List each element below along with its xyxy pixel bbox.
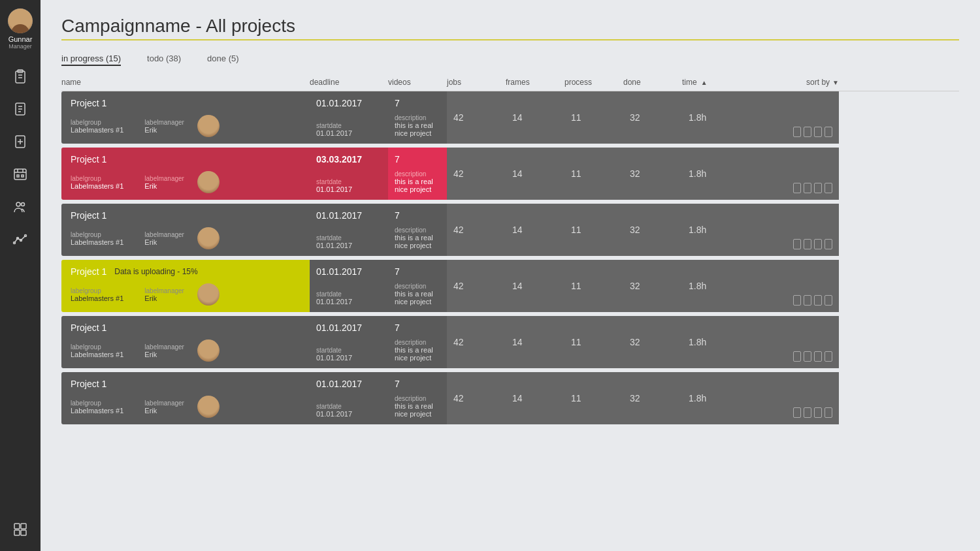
svg-point-18: [22, 203, 25, 206]
action-btn-1[interactable]: [793, 239, 801, 249]
action-btn-3[interactable]: [814, 407, 822, 418]
action-btn-3[interactable]: [814, 127, 822, 137]
table-header: name deadline videos jobs frames process…: [61, 74, 959, 91]
col-name: name: [61, 78, 310, 87]
project-name[interactable]: Project 1: [71, 98, 301, 108]
action-btn-2[interactable]: [804, 407, 811, 418]
tab-todo[interactable]: todo (38): [147, 54, 181, 66]
dashboard-icon[interactable]: [7, 161, 34, 188]
report-add-icon[interactable]: [7, 128, 34, 155]
action-btn-1[interactable]: [793, 407, 801, 418]
table-row: Project 1 labelgroup Labelmasters #1 lab…: [61, 204, 959, 256]
sort-by-control[interactable]: sort by ▼: [787, 78, 839, 87]
analytics-icon[interactable]: [7, 226, 34, 253]
action-btn-1[interactable]: [793, 295, 801, 306]
sidebar-nav: [7, 63, 34, 551]
action-btn-4[interactable]: [825, 239, 832, 249]
avatar-4: [197, 283, 220, 306]
grid-icon[interactable]: [7, 516, 34, 543]
avatar: [8, 8, 33, 33]
projects-table: name deadline videos jobs frames process…: [61, 74, 959, 428]
action-btn-2[interactable]: [804, 183, 811, 193]
svg-rect-25: [14, 530, 20, 535]
action-btn-2[interactable]: [804, 239, 811, 249]
tab-done[interactable]: done (5): [207, 54, 238, 66]
svg-rect-24: [21, 524, 26, 529]
avatar-1: [197, 115, 220, 137]
action-btn-4[interactable]: [825, 351, 832, 362]
table-row: Project 1 labelgroup Labelmasters #1 lab…: [61, 316, 959, 368]
action-btn-4[interactable]: [825, 407, 832, 418]
action-btn-4[interactable]: [825, 295, 832, 306]
action-btn-1[interactable]: [793, 127, 801, 137]
tabs-bar: in progress (15) todo (38) done (5): [61, 54, 959, 66]
col-time: time ▲: [682, 78, 787, 87]
col-process: process: [564, 78, 623, 87]
col-videos: videos: [388, 78, 447, 87]
tab-in-progress[interactable]: in progress (15): [61, 54, 121, 66]
svg-rect-11: [14, 169, 26, 180]
action-btn-2[interactable]: [804, 351, 811, 362]
users-icon[interactable]: [7, 193, 34, 221]
avatar-2: [197, 171, 220, 193]
table-row: Project 1 labelgroup Labelmasters #1 lab…: [61, 148, 959, 200]
svg-rect-26: [21, 530, 26, 535]
user-name: Gunnar: [8, 35, 33, 43]
table-body: Project 1 labelgroup Labelmasters #1 lab…: [61, 91, 959, 428]
action-btn-4[interactable]: [825, 183, 832, 193]
svg-point-17: [16, 202, 20, 206]
table-row: Project 1 labelgroup Labelmasters #1 lab…: [61, 372, 959, 424]
table-row: Project 1 labelgroup Labelmasters #1 lab…: [61, 91, 959, 144]
action-btn-4[interactable]: [825, 127, 832, 137]
svg-rect-15: [17, 175, 19, 177]
action-btn-2[interactable]: [804, 127, 811, 137]
col-frames: frames: [506, 78, 564, 87]
main-content: Campaignname - All projects in progress …: [41, 0, 980, 551]
avatar-6: [197, 396, 220, 418]
col-deadline: deadline: [310, 78, 388, 87]
row-left-1: Project 1 labelgroup Labelmasters #1 lab…: [61, 91, 310, 144]
svg-rect-16: [22, 175, 24, 177]
action-btn-2[interactable]: [804, 295, 811, 306]
svg-rect-23: [14, 524, 20, 529]
document-icon[interactable]: [7, 95, 34, 123]
action-btn-3[interactable]: [814, 183, 822, 193]
avatar-3: [197, 227, 220, 249]
user-role: Manager: [8, 43, 32, 50]
action-btn-3[interactable]: [814, 351, 822, 362]
action-btn-1[interactable]: [793, 351, 801, 362]
action-btn-3[interactable]: [814, 239, 822, 249]
action-btn-1[interactable]: [793, 183, 801, 193]
user-profile[interactable]: Gunnar Manager: [0, 0, 41, 52]
action-btn-3[interactable]: [814, 295, 822, 306]
sidebar: Gunnar Manager: [0, 0, 41, 551]
col-jobs: jobs: [447, 78, 506, 87]
clipboard-icon[interactable]: [7, 63, 34, 90]
page-title: Campaignname - All projects: [61, 16, 959, 40]
col-done: done: [623, 78, 682, 87]
table-row: Project 1 Data is uploading - 15% labelg…: [61, 260, 959, 312]
avatar-5: [197, 339, 220, 362]
